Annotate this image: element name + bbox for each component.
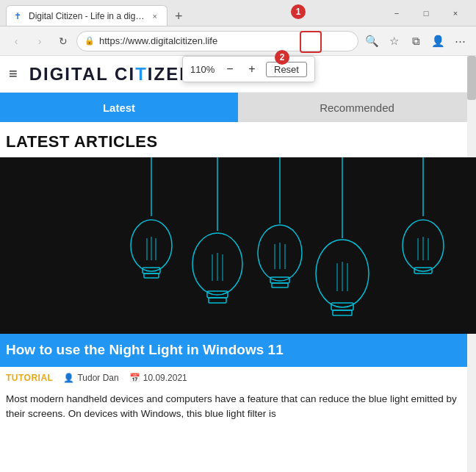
search-icon-button[interactable]: 🔍 bbox=[361, 31, 382, 51]
webpage: ≡ DIGITAL CITIZEN Latest Recommended LAT… bbox=[0, 56, 476, 472]
back-button[interactable]: ‹ bbox=[6, 31, 26, 51]
favorites-icon[interactable]: ☆ bbox=[383, 31, 404, 51]
collections-icon[interactable]: ⧉ bbox=[405, 31, 426, 51]
address-input[interactable]: 🔒 https://www.digitalcitizen.life bbox=[76, 31, 358, 51]
author-icon: 👤 bbox=[63, 373, 74, 383]
zoom-value: 110% bbox=[190, 64, 216, 75]
scrollbar-thumb[interactable] bbox=[467, 56, 476, 100]
forward-button[interactable]: › bbox=[29, 31, 50, 51]
article-title: How to use the Night Light in Windows 11 bbox=[6, 341, 470, 360]
minimize-button[interactable]: − bbox=[382, 0, 411, 26]
lock-icon: 🔒 bbox=[84, 36, 95, 46]
new-tab-button[interactable]: + bbox=[170, 7, 187, 26]
site-logo: DIGITAL CITIZEN bbox=[29, 64, 194, 85]
address-right-icons: 🔍 ☆ ⧉ 👤 ⋯ bbox=[361, 31, 470, 51]
badge-1: 1 bbox=[291, 4, 306, 19]
tab-area: ✝ Digital Citizen - Life in a digital w … bbox=[6, 0, 379, 26]
calendar-icon: 📅 bbox=[129, 373, 140, 383]
tab-favicon: ✝ bbox=[14, 11, 24, 21]
profile-icon[interactable]: 👤 bbox=[428, 31, 448, 51]
more-icon[interactable]: ⋯ bbox=[450, 31, 470, 51]
article-title-bar: How to use the Night Light in Windows 11 bbox=[0, 334, 476, 367]
section-heading: LATEST ARTICLES bbox=[0, 122, 476, 157]
article-excerpt: Most modern handheld devices and compute… bbox=[0, 389, 476, 429]
window-controls: − □ × bbox=[382, 0, 470, 26]
tab-latest[interactable]: Latest bbox=[0, 93, 238, 122]
hamburger-menu[interactable]: ≡ bbox=[9, 65, 18, 82]
article-date: 📅 10.09.2021 bbox=[129, 373, 187, 383]
browser-tab[interactable]: ✝ Digital Citizen - Life in a digital w … bbox=[6, 5, 167, 26]
article-tag: TUTORIAL bbox=[6, 373, 53, 383]
zoom-popup: 110% − + Reset bbox=[182, 56, 315, 82]
zoom-out-button[interactable]: − bbox=[222, 61, 238, 77]
maximize-button[interactable]: □ bbox=[411, 0, 441, 26]
site-tabs: Latest Recommended bbox=[0, 93, 476, 122]
badge-2: 2 bbox=[275, 50, 289, 65]
refresh-button[interactable]: ↻ bbox=[53, 31, 73, 51]
article-image bbox=[0, 157, 476, 334]
article-author: 👤 Tudor Dan bbox=[63, 373, 118, 383]
browser-window: ✝ Digital Citizen - Life in a digital w … bbox=[0, 0, 476, 472]
address-bar: ‹ › ↻ 🔒 https://www.digitalcitizen.life … bbox=[0, 26, 476, 56]
tab-recommended[interactable]: Recommended bbox=[238, 93, 476, 122]
zoom-reset-button[interactable]: Reset bbox=[266, 62, 307, 77]
tab-close-button[interactable]: × bbox=[151, 11, 159, 21]
zoom-in-button[interactable]: + bbox=[244, 61, 260, 77]
article-meta: TUTORIAL 👤 Tudor Dan 📅 10.09.2021 bbox=[0, 367, 476, 389]
title-bar: ✝ Digital Citizen - Life in a digital w … bbox=[0, 0, 476, 26]
address-url: https://www.digitalcitizen.life bbox=[99, 35, 350, 46]
tab-title: Digital Citizen - Life in a digital w bbox=[29, 11, 146, 21]
close-button[interactable]: × bbox=[441, 0, 470, 26]
